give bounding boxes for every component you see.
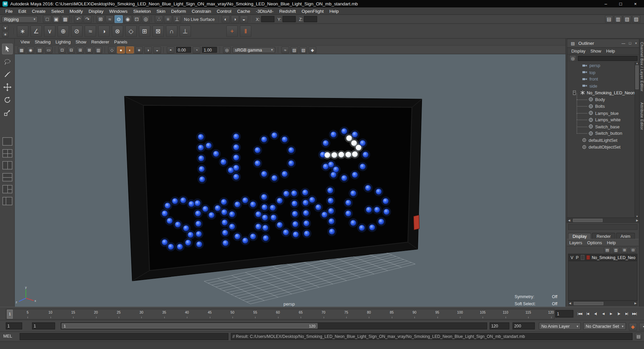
layout-two-vertical[interactable]	[2, 161, 12, 169]
3dtoall-export-icon[interactable]: +	[226, 25, 238, 37]
outliner-item-bolts[interactable]: Bolts	[567, 103, 639, 109]
outliner-item-defaultlightset[interactable]: defaultLightSet	[567, 137, 639, 144]
new-empty-layer-icon[interactable]: ⊞	[621, 247, 628, 253]
maximize-button[interactable]: □	[618, 1, 623, 6]
menu-file[interactable]: File	[2, 8, 15, 13]
scrollbar-thumb[interactable]	[574, 302, 603, 305]
layer-display-type-box[interactable]	[581, 255, 585, 260]
menu-create[interactable]: Create	[29, 8, 48, 13]
range-start-handle[interactable]: 1	[64, 324, 66, 328]
outliner-item-lamps_blue[interactable]: Lamps_blue	[567, 109, 639, 116]
snap-to-curve-icon[interactable]: ≈	[106, 15, 114, 23]
cluster-icon[interactable]: ⊞	[139, 25, 150, 37]
3dtoall-tools-icon[interactable]: ‖	[240, 25, 251, 37]
go-to-start-button[interactable]: |◀◀	[576, 309, 583, 317]
outliner-item-defaultobjectset[interactable]: defaultObjectSet	[567, 144, 639, 150]
layer-name[interactable]: No_Smoking_LED_Neo	[592, 255, 636, 259]
copy-skin-weights-icon[interactable]: ⊗	[112, 25, 123, 37]
move-tool[interactable]	[2, 82, 12, 93]
lock-camera-icon[interactable]: ◉	[27, 46, 34, 53]
layer-hscrollbar[interactable]: ◀ ▶	[568, 300, 637, 306]
open-scene-icon[interactable]: ▣	[52, 15, 60, 23]
isolate-select-icon[interactable]: ◆	[309, 46, 316, 53]
layout-four-pane[interactable]	[2, 149, 12, 157]
menu-skin[interactable]: Skin	[154, 8, 168, 13]
menu-deform[interactable]: Deform	[168, 8, 189, 13]
animation-end-field[interactable]: 200	[512, 322, 535, 329]
outliner-item-lamps_white[interactable]: Lamps_white	[567, 116, 639, 123]
color-space-dropdown[interactable]: sRGB gamma▾	[232, 47, 275, 53]
outliner-item-top[interactable]: top	[567, 69, 639, 75]
outliner-minimize-button[interactable]: —	[621, 41, 625, 45]
layout-two-horizontal[interactable]	[2, 173, 12, 181]
current-frame-field[interactable]: 1	[555, 310, 573, 317]
panel-menu-lighting[interactable]: Lighting	[53, 39, 73, 44]
scroll-up-icon[interactable]: ▲	[636, 62, 638, 64]
playback-end-field[interactable]: 120	[490, 322, 509, 329]
outliner-titlebar[interactable]: ▤ Outliner — □ ×	[567, 39, 639, 48]
move-layer-up-icon[interactable]: ▤	[604, 247, 611, 253]
play-forwards-button[interactable]: ▶	[607, 309, 615, 317]
layer-menu-options[interactable]: Options	[585, 240, 605, 245]
scroll-right-icon[interactable]: ▶	[636, 219, 638, 222]
toggle-tool-settings-icon[interactable]: ▧	[623, 15, 631, 23]
camera-attributes-icon[interactable]: ▤	[36, 46, 43, 53]
step-back-frame-button[interactable]: |◀	[584, 309, 592, 317]
tab-anim[interactable]: Anim	[616, 233, 635, 239]
scroll-right-icon[interactable]: ▶	[635, 302, 637, 305]
outliner-close-button[interactable]: ×	[635, 41, 637, 45]
auto-keyframe-icon[interactable]: ◆	[629, 323, 637, 330]
channel-box-tab[interactable]: Channel Box / Layer Editor	[640, 42, 644, 92]
outliner-search-input[interactable]	[578, 56, 638, 61]
layer-menu-layers[interactable]: Layers	[567, 240, 585, 245]
menu-windows[interactable]: Windows	[106, 8, 131, 13]
outliner-menu-show[interactable]: Show	[588, 49, 604, 54]
outliner-vscrollbar[interactable]: ▲ ▼	[635, 62, 639, 217]
scroll-down-icon[interactable]: ▼	[636, 215, 638, 217]
point-constraint-icon[interactable]: ⊥	[179, 25, 191, 37]
layout-three-pane[interactable]	[2, 185, 12, 193]
menu-skeleton[interactable]: Skeleton	[130, 8, 153, 13]
new-layer-from-selected-icon[interactable]: ⊟	[630, 247, 637, 253]
layer-row[interactable]: V P No_Smoking_LED_Neo	[568, 254, 637, 261]
gamma-icon[interactable]: ◔	[193, 46, 201, 53]
bind-skin-icon[interactable]: ⊕	[58, 25, 69, 37]
shelf-gear-icon[interactable]: ∗	[2, 31, 9, 37]
x-coordinate-field[interactable]	[261, 16, 274, 22]
ik-handle-icon[interactable]: ∠	[30, 25, 42, 37]
paint-select-tool[interactable]	[2, 69, 12, 80]
outliner-item-persp[interactable]: persp	[567, 62, 639, 69]
select-camera-icon[interactable]: ▦	[17, 46, 25, 53]
timeline-playhead[interactable]: 1	[7, 310, 13, 319]
tab-render[interactable]: Render	[592, 233, 615, 239]
outliner-maximize-button[interactable]: □	[629, 41, 631, 45]
safe-title-icon[interactable]: ▥	[95, 46, 102, 53]
y-coordinate-field[interactable]	[283, 16, 296, 22]
shadows-icon[interactable]: ◑	[144, 46, 152, 53]
exposure-icon[interactable]: ◓	[167, 46, 175, 53]
animation-preferences-icon[interactable]: ◔	[639, 323, 644, 330]
motion-blur-icon[interactable]: ≈	[281, 46, 289, 53]
snap-to-grid-icon[interactable]: ⊞	[97, 15, 105, 23]
save-scene-icon[interactable]: ▦	[61, 15, 69, 23]
toggle-attribute-editor-icon[interactable]: ▥	[614, 15, 622, 23]
play-backwards-button[interactable]: ◀	[599, 309, 607, 317]
multisample-icon[interactable]: ▧	[290, 46, 298, 53]
field-chart-icon[interactable]: ⊞	[76, 46, 84, 53]
z-coordinate-field[interactable]	[304, 16, 317, 22]
textured-mode-icon[interactable]: ◐	[126, 46, 134, 53]
step-forward-frame-button[interactable]: ▶|	[623, 309, 631, 317]
window-titlebar[interactable]: M Autodesk Maya 2016: C:\Users\MOLEX\Des…	[0, 0, 644, 7]
command-language-button[interactable]: MEL	[3, 334, 12, 339]
scroll-left-icon[interactable]: ◀	[569, 302, 571, 305]
script-editor-icon[interactable]: ▤	[635, 333, 642, 340]
select-tool[interactable]	[2, 43, 12, 54]
outliner-menu-display[interactable]: Display	[569, 49, 588, 54]
outliner-item-switch_base[interactable]: Switch_base	[567, 123, 639, 130]
outliner-item-switch_button[interactable]: Switch_button	[567, 130, 639, 137]
use-all-lights-icon[interactable]: ∗	[135, 46, 143, 53]
range-slider[interactable]: 1 120	[62, 323, 317, 328]
snap-to-view-plane-icon[interactable]: ⊡	[133, 15, 141, 23]
step-forward-key-button[interactable]: |▶	[615, 309, 622, 317]
viewport-canvas[interactable]: y x z perspSymmetry:OffSoft Select:Off	[15, 54, 566, 308]
